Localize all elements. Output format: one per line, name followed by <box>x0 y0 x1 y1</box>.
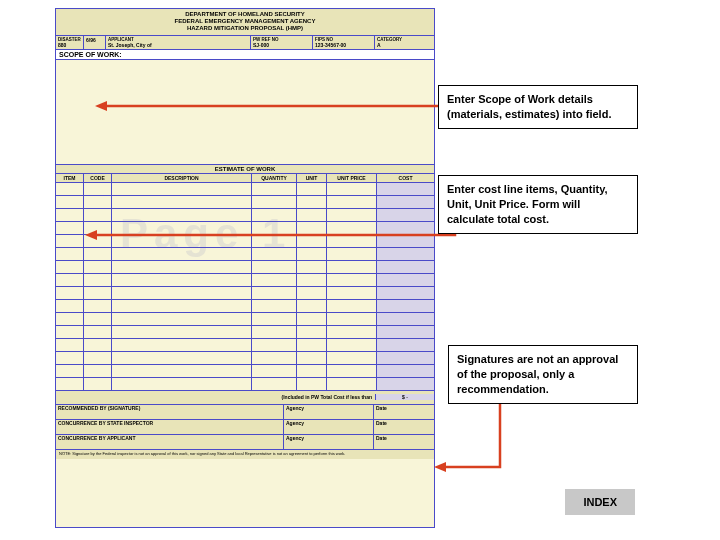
callout-signatures-text: Signatures are not an approval of the pr… <box>457 353 618 395</box>
callout-scope: Enter Scope of Work details (materials, … <box>438 85 638 129</box>
estimate-row[interactable] <box>56 365 434 378</box>
svg-marker-3 <box>434 462 446 472</box>
hmp-form: DEPARTMENT OF HOMELAND SECURITY FEDERAL … <box>55 8 435 528</box>
sig-recommended-label: RECOMMENDED BY (SIGNATURE) <box>56 405 284 419</box>
sig-date-label: Date <box>374 435 434 449</box>
form-header: DEPARTMENT OF HOMELAND SECURITY FEDERAL … <box>56 9 434 36</box>
note-text: NOTE: Signature by the Federal inspector… <box>56 450 434 459</box>
estimate-row[interactable] <box>56 339 434 352</box>
total-value: $ - <box>375 394 434 400</box>
estimate-row[interactable] <box>56 196 434 209</box>
estimate-row[interactable] <box>56 378 434 391</box>
total-row: (Included in PW Total Cost if less than … <box>56 391 434 405</box>
callout-signatures: Signatures are not an approval of the pr… <box>448 345 638 404</box>
estimate-header: ESTIMATE OF WORK <box>56 165 434 174</box>
signature-row-recommended: RECOMMENDED BY (SIGNATURE) Agency Date <box>56 405 434 420</box>
sig-date-label: Date <box>374 405 434 419</box>
col-cost: COST <box>377 174 434 182</box>
sig-date-label: Date <box>374 420 434 434</box>
dept-line: DEPARTMENT OF HOMELAND SECURITY <box>56 11 434 18</box>
category-value: A <box>377 42 432 48</box>
col-item: ITEM <box>56 174 84 182</box>
sig-agency-label: Agency <box>284 420 374 434</box>
pwref-value: SJ-000 <box>253 42 310 48</box>
estimate-row[interactable] <box>56 209 434 222</box>
estimate-columns: ITEM CODE DESCRIPTION QUANTITY UNIT UNIT… <box>56 174 434 183</box>
estimate-row[interactable] <box>56 352 434 365</box>
disaster-value: 880 <box>58 42 81 48</box>
col-unit-price: UNIT PRICE <box>327 174 377 182</box>
signature-row-applicant: CONCURRENCE BY APPLICANT Agency Date <box>56 435 434 450</box>
col-description: DESCRIPTION <box>112 174 252 182</box>
sig-agency-label: Agency <box>284 405 374 419</box>
callout-scope-text: Enter Scope of Work details (materials, … <box>447 93 611 120</box>
estimate-row[interactable] <box>56 261 434 274</box>
estimate-row[interactable] <box>56 313 434 326</box>
callout-cost: Enter cost line items, Quantity, Unit, U… <box>438 175 638 234</box>
estimate-row[interactable] <box>56 183 434 196</box>
scope-of-work-field[interactable] <box>56 60 434 165</box>
estimate-row[interactable] <box>56 300 434 313</box>
total-label: (Included in PW Total Cost if less than <box>56 394 375 400</box>
col-code: CODE <box>84 174 112 182</box>
sig-agency-label: Agency <box>284 435 374 449</box>
signature-row-state: CONCURRENCE BY STATE INSPECTOR Agency Da… <box>56 420 434 435</box>
sig-state-label: CONCURRENCE BY STATE INSPECTOR <box>56 420 284 434</box>
applicant-value: St. Joseph, City of <box>108 42 248 48</box>
estimate-row[interactable] <box>56 222 434 235</box>
index-button[interactable]: INDEX <box>565 489 635 515</box>
estimate-row[interactable] <box>56 287 434 300</box>
col-unit: UNIT <box>297 174 327 182</box>
fips-value: 123-34567-00 <box>315 42 372 48</box>
sig-applicant-label: CONCURRENCE BY APPLICANT <box>56 435 284 449</box>
date-value: 6/96 <box>86 37 103 43</box>
estimate-row[interactable] <box>56 248 434 261</box>
callout-cost-text: Enter cost line items, Quantity, Unit, U… <box>447 183 608 225</box>
title-line: HAZARD MITIGATION PROPOSAL (HMP) <box>56 25 434 32</box>
header-row-1: DISASTER 880 6/96 APPLICANT St. Joseph, … <box>56 36 434 50</box>
estimate-row[interactable] <box>56 326 434 339</box>
col-quantity: QUANTITY <box>252 174 297 182</box>
agency-line: FEDERAL EMERGENCY MANAGEMENT AGENCY <box>56 18 434 25</box>
estimate-row[interactable] <box>56 235 434 248</box>
estimate-row[interactable] <box>56 274 434 287</box>
index-label: INDEX <box>583 496 617 508</box>
scope-of-work-label: SCOPE OF WORK: <box>56 50 434 60</box>
